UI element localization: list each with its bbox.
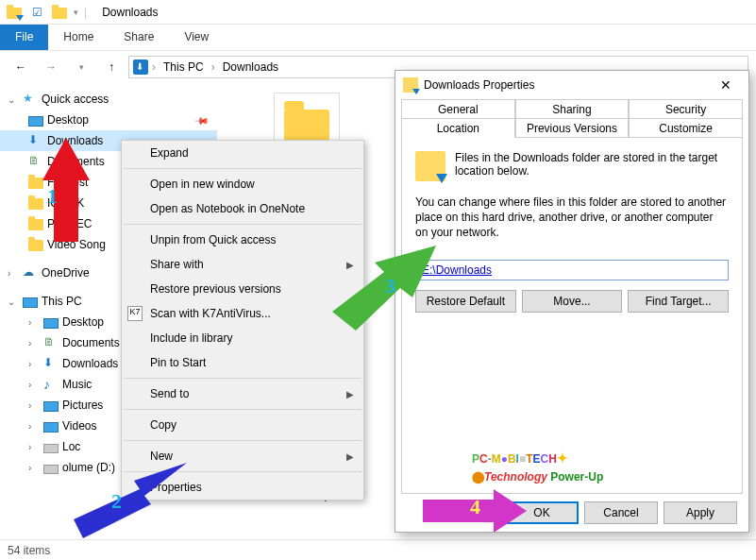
- sidebar-label: Loc: [62, 440, 80, 453]
- pin-icon: 📌: [194, 112, 210, 127]
- desktop-icon: [28, 116, 43, 127]
- sidebar-label: Desktop: [62, 315, 104, 329]
- tab-location[interactable]: Location: [401, 118, 515, 138]
- menu-item-share-with[interactable]: Share with▶: [122, 252, 363, 277]
- qat-separator: |: [84, 6, 87, 19]
- chevron-down-icon[interactable]: ⌄: [8, 94, 19, 105]
- annotation-number-4: 4: [470, 495, 480, 519]
- tab-view[interactable]: View: [169, 25, 224, 50]
- downloads-folder-large-icon: [415, 151, 445, 181]
- downloads-icon: ⬇: [43, 356, 59, 371]
- annotation-arrow-2: [74, 463, 187, 538]
- chevron-right-icon[interactable]: ›: [28, 400, 40, 411]
- downloads-folder-icon: [403, 77, 418, 93]
- cloud-icon: ☁: [23, 265, 38, 280]
- tab-file[interactable]: File: [0, 25, 48, 50]
- dialog-description: You can change where files in this folde…: [415, 195, 729, 241]
- chevron-right-icon[interactable]: ›: [28, 463, 40, 473]
- apply-button[interactable]: Apply: [664, 501, 737, 524]
- sidebar-item-quick-access[interactable]: ⌄ ★ Quick access: [0, 89, 217, 110]
- chevron-right-icon[interactable]: ›: [8, 268, 19, 279]
- chevron-right-icon[interactable]: ›: [28, 442, 40, 452]
- checkbox-icon[interactable]: ☑: [28, 4, 45, 21]
- menu-item-include-library[interactable]: Include in library: [122, 326, 363, 350]
- tab-share[interactable]: Share: [109, 25, 169, 50]
- annotation-arrow-3: [332, 246, 436, 331]
- dialog-body: Files in the Downloads folder are stored…: [401, 137, 743, 494]
- svg-marker-1: [74, 463, 187, 538]
- chevron-right-icon[interactable]: ›: [150, 60, 158, 74]
- tab-home[interactable]: Home: [48, 25, 109, 50]
- chevron-right-icon[interactable]: ›: [28, 359, 40, 369]
- tab-customize[interactable]: Customize: [629, 118, 743, 138]
- back-button[interactable]: ←: [8, 54, 34, 80]
- pc-icon: [23, 297, 38, 308]
- downloads-large-icon: ⬇: [133, 59, 148, 75]
- drive-icon: [43, 465, 59, 474]
- tab-previous-versions[interactable]: Previous Versions: [515, 118, 630, 138]
- sidebar-item-desktop[interactable]: Desktop 📌: [0, 110, 217, 130]
- tab-general[interactable]: General: [401, 99, 515, 119]
- menu-item-open-onenote[interactable]: Open as Notebook in OneNote: [122, 196, 363, 221]
- annotation-number-3: 3: [385, 274, 395, 298]
- sidebar-label: Music: [62, 378, 92, 391]
- sidebar-label: Quick access: [42, 93, 109, 106]
- sidebar-label: This PC: [42, 295, 82, 308]
- menu-item-unpin[interactable]: Unpin from Quick access: [122, 228, 363, 252]
- star-icon: ★: [23, 92, 38, 107]
- cancel-button[interactable]: Cancel: [584, 501, 658, 524]
- chevron-right-icon[interactable]: ›: [28, 317, 40, 328]
- recent-dropdown[interactable]: ▾: [68, 54, 94, 80]
- annotation-number-2: 2: [111, 489, 122, 514]
- antivirus-icon: K7: [127, 306, 143, 321]
- dialog-title: Downloads Properties: [424, 78, 534, 92]
- chevron-right-icon: ▶: [346, 451, 354, 462]
- svg-marker-2: [332, 246, 436, 331]
- window-title: Downloads: [102, 6, 158, 19]
- ribbon-tabs: File Home Share View: [0, 25, 756, 51]
- annotation-arrow-1: [33, 138, 99, 242]
- chevron-right-icon[interactable]: ›: [28, 380, 40, 390]
- chevron-down-icon[interactable]: ⌄: [8, 297, 19, 307]
- dialog-titlebar[interactable]: Downloads Properties ✕: [395, 71, 748, 99]
- chevron-right-icon: ▶: [346, 389, 354, 399]
- tab-security[interactable]: Security: [629, 99, 743, 119]
- music-icon: ♪: [43, 377, 59, 392]
- sidebar-label: Videos: [62, 419, 96, 433]
- pictures-icon: [43, 401, 59, 412]
- find-target-button[interactable]: Find Target...: [628, 290, 729, 313]
- tab-sharing[interactable]: Sharing: [515, 99, 630, 119]
- window-titlebar: ☑ ▾ | Downloads: [0, 0, 756, 25]
- breadcrumb-thispc[interactable]: This PC: [160, 60, 208, 74]
- menu-item-open-new-window[interactable]: Open in new window: [122, 172, 363, 196]
- chevron-right-icon[interactable]: ›: [28, 338, 40, 348]
- up-button[interactable]: ↑: [98, 54, 125, 80]
- forward-button[interactable]: →: [38, 54, 64, 80]
- status-item-count: 54 items: [8, 544, 50, 557]
- sidebar-label: OneDrive: [42, 266, 90, 280]
- drive-icon: [43, 444, 59, 453]
- dialog-info-text: Files in the Downloads folder are stored…: [455, 151, 729, 181]
- status-bar: 54 items: [0, 539, 756, 560]
- documents-icon: 🗎: [43, 335, 59, 350]
- menu-item-copy[interactable]: Copy: [122, 413, 363, 437]
- properties-dialog: Downloads Properties ✕ General Sharing S…: [395, 70, 749, 533]
- menu-item-pin-start[interactable]: Pin to Start: [122, 350, 363, 375]
- chevron-right-icon[interactable]: ›: [210, 60, 217, 74]
- folder-yellow-icon[interactable]: [51, 4, 68, 21]
- close-button[interactable]: ✕: [711, 74, 741, 96]
- qat-dropdown-icon[interactable]: ▾: [74, 8, 78, 17]
- sidebar-label: Desktop: [47, 113, 89, 127]
- menu-item-send-to[interactable]: Send to▶: [122, 382, 363, 406]
- menu-item-scan-k7[interactable]: K7Scan with K7AntiVirus...: [122, 301, 363, 326]
- folder-icon: [6, 4, 23, 21]
- chevron-right-icon[interactable]: ›: [28, 421, 40, 432]
- location-path-input[interactable]: [415, 260, 729, 280]
- videos-icon: [43, 422, 59, 433]
- annotation-number-1: 1: [47, 184, 58, 209]
- move-button[interactable]: Move...: [522, 290, 623, 313]
- menu-item-restore[interactable]: Restore previous versions: [122, 277, 363, 301]
- desktop-icon: [43, 318, 59, 329]
- breadcrumb-downloads[interactable]: Downloads: [219, 60, 282, 74]
- menu-item-expand[interactable]: Expand: [122, 141, 363, 165]
